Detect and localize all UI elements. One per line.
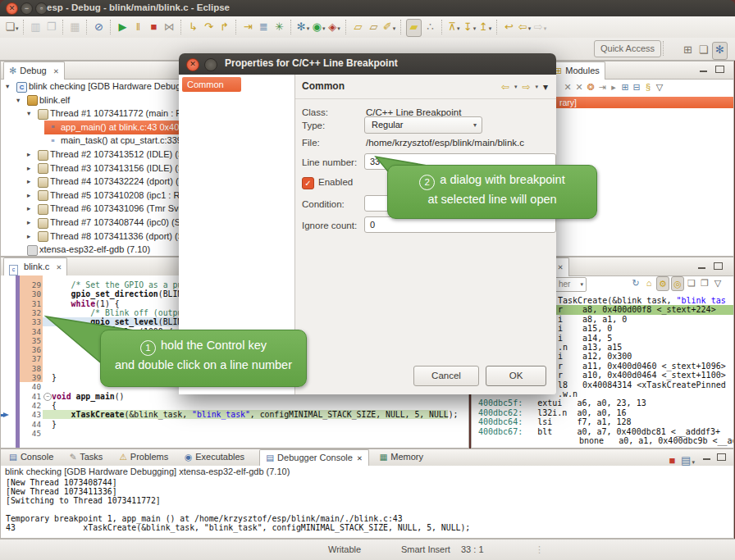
tab-problems[interactable]: ⚠Problems xyxy=(113,449,174,466)
line-number[interactable]: 44 xyxy=(20,420,41,429)
line-number[interactable]: 29 xyxy=(20,280,41,289)
chevron-down-icon[interactable]: ▾ xyxy=(393,25,396,31)
chevron-down-icon[interactable]: ▾ xyxy=(528,25,532,31)
tab-executables[interactable]: ◉Executables xyxy=(179,449,250,466)
expand-all-icon[interactable]: ⊞ xyxy=(619,80,631,94)
step-into-icon[interactable]: ↳ xyxy=(186,19,200,35)
window-minimize-button[interactable]: − xyxy=(21,2,33,15)
cpp-perspective-icon[interactable]: ❏ xyxy=(696,42,710,58)
tab-tasks[interactable]: ✎Tasks xyxy=(63,449,108,466)
expander-closed-icon[interactable]: ▸ xyxy=(27,202,30,216)
external-tools-icon[interactable]: ◈▾ xyxy=(327,19,341,35)
window-maximize-button[interactable]: ▫ xyxy=(35,2,48,15)
line-number[interactable]: 36 xyxy=(20,345,41,354)
show-source-icon[interactable]: ⚙ xyxy=(656,276,669,291)
sort-icon[interactable]: § xyxy=(642,80,654,94)
chevron-down-icon[interactable]: ▾ xyxy=(16,25,19,31)
highlighter-icon[interactable]: ▰ xyxy=(406,19,422,37)
maximize-icon[interactable] xyxy=(714,65,725,74)
terminate-icon[interactable]: ■ xyxy=(147,19,161,35)
sidebar-item-common[interactable]: Common xyxy=(182,77,241,92)
pin-editor-icon[interactable]: ⊼▾ xyxy=(447,19,461,35)
chevron-down-icon[interactable]: ▾ xyxy=(692,459,695,465)
minimize-icon[interactable] xyxy=(701,453,712,462)
tab-memory[interactable]: ▦Memory xyxy=(373,449,429,466)
expander-closed-icon[interactable]: ▸ xyxy=(27,175,30,189)
view-menu-icon[interactable]: ▽ xyxy=(654,80,665,94)
tab-debug[interactable]: ✻Debug ✕ xyxy=(3,61,65,80)
next-annotation-icon[interactable]: ↧▾ xyxy=(463,19,477,35)
close-icon[interactable]: ✕ xyxy=(53,67,59,75)
occurrences-icon[interactable]: ∴ xyxy=(423,19,437,35)
link-with-debug-icon[interactable]: ⇥ xyxy=(596,80,608,94)
run-icon[interactable]: ◉▾ xyxy=(312,19,326,35)
debug-icon[interactable]: ✻▾ xyxy=(296,19,310,35)
tab-console[interactable]: ▤Console xyxy=(3,449,59,466)
maximize-icon[interactable] xyxy=(716,453,727,462)
forward-dropdown-icon[interactable]: ▾ xyxy=(535,84,538,90)
new-view-icon[interactable]: ❏ xyxy=(686,276,697,289)
tab-modules[interactable]: ⊞Modules xyxy=(549,61,605,80)
window-close-button[interactable]: ✕ xyxy=(6,2,18,15)
expander-open-icon[interactable]: ▾ xyxy=(27,107,30,121)
line-number[interactable]: 43 xyxy=(20,410,41,419)
chevron-down-icon[interactable]: ▾ xyxy=(307,25,310,31)
line-number[interactable]: 34 xyxy=(20,327,41,336)
remove-all-icon[interactable]: ✕ xyxy=(573,80,585,94)
open-folder-icon[interactable]: ▱ xyxy=(367,19,381,35)
skip-breakpoints-icon[interactable]: ⊘ xyxy=(92,19,106,35)
close-icon[interactable]: ✕ xyxy=(56,263,62,271)
search-icon[interactable]: ✐▾ xyxy=(382,19,396,35)
close-icon[interactable]: ✕ xyxy=(557,263,563,271)
quick-access-button[interactable]: Quick Access xyxy=(594,40,661,57)
remove-icon[interactable]: ✕ xyxy=(562,80,573,94)
enabled-checkbox[interactable]: ✓ xyxy=(302,177,314,189)
line-number[interactable]: 35 xyxy=(20,336,41,345)
chevron-down-icon[interactable]: ▾ xyxy=(580,278,583,291)
view-menu-icon[interactable]: ▾ xyxy=(543,81,548,93)
expander-closed-icon[interactable]: ▸ xyxy=(27,162,30,175)
back-icon[interactable]: ⇦ xyxy=(501,81,509,93)
build-icon[interactable]: ▦ xyxy=(68,19,82,35)
collapse-all-icon[interactable]: ⊟ xyxy=(631,80,642,94)
disconnect-icon[interactable]: ⋈ xyxy=(162,19,176,35)
chevron-down-icon[interactable]: ▾ xyxy=(489,25,492,31)
maximize-icon[interactable] xyxy=(713,262,724,271)
line-number[interactable]: 32 xyxy=(20,308,41,317)
fold-collapse-icon[interactable]: − xyxy=(43,393,52,401)
expander-open-icon[interactable]: ▾ xyxy=(6,80,9,93)
forward-icon[interactable]: ⇨▾ xyxy=(533,19,547,35)
group-icon[interactable]: ❂ xyxy=(585,80,596,94)
open-resource-icon[interactable]: ▱ xyxy=(351,19,365,35)
breakpoint-types-icon[interactable]: ✳ xyxy=(272,19,286,35)
line-number[interactable]: 39 xyxy=(20,373,41,382)
line-number[interactable]: 40 xyxy=(20,382,41,391)
ignore-count-input[interactable]: 0 xyxy=(364,216,556,233)
line-number[interactable]: 37 xyxy=(20,354,41,363)
chevron-down-icon[interactable]: ▾ xyxy=(457,25,460,31)
instruction-stepping-icon[interactable]: ⇥ xyxy=(241,19,255,35)
resume-icon[interactable]: ▶ xyxy=(116,19,130,35)
line-number[interactable]: 42 xyxy=(20,401,41,410)
minimize-icon[interactable] xyxy=(696,262,707,271)
back-dropdown-icon[interactable]: ▾ xyxy=(514,84,518,90)
prev-annotation-icon[interactable]: ↥▾ xyxy=(478,19,492,35)
pin-view-icon[interactable]: ❐ xyxy=(699,276,710,289)
suspend-icon[interactable]: ‖ xyxy=(131,19,145,35)
chevron-down-icon[interactable]: ▾ xyxy=(473,117,477,133)
skip-icon[interactable]: ▸ xyxy=(608,80,619,94)
line-number[interactable]: 41 xyxy=(20,392,41,401)
back-icon[interactable]: ⇦▾ xyxy=(518,19,532,35)
dialog-menu-button[interactable] xyxy=(204,58,217,71)
chevron-down-icon[interactable]: ▾ xyxy=(337,25,340,31)
line-number[interactable]: 38 xyxy=(20,364,41,373)
refresh-icon[interactable]: ↻ xyxy=(630,276,641,289)
debug-perspective-icon[interactable]: ✻ xyxy=(712,42,728,60)
chevron-down-icon[interactable]: ▾ xyxy=(322,25,326,31)
cancel-button[interactable]: Cancel xyxy=(413,366,479,386)
show-threads-icon[interactable]: ≣ xyxy=(257,19,271,35)
dialog-close-button[interactable]: ✕ xyxy=(186,58,199,71)
forward-icon[interactable]: ⇨ xyxy=(522,81,530,93)
new-wizard-icon[interactable]: ❏▾ xyxy=(5,19,19,35)
open-perspective-icon[interactable]: ⊞ xyxy=(681,42,695,58)
